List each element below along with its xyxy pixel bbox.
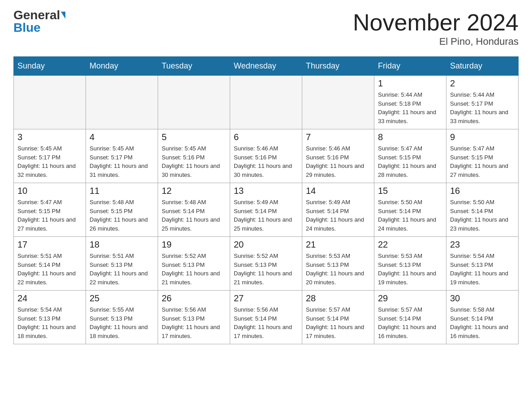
calendar-day-cell [86, 76, 158, 129]
calendar-day-cell: 28Sunrise: 5:57 AMSunset: 5:14 PMDayligh… [302, 291, 374, 344]
calendar-day-cell [158, 76, 230, 129]
calendar-table: SundayMondayTuesdayWednesdayThursdayFrid… [13, 56, 519, 344]
day-number: 18 [90, 240, 154, 250]
page-header: General Blue November 2024 El Pino, Hond… [13, 9, 519, 47]
calendar-day-header: Monday [86, 57, 158, 76]
calendar-day-cell: 18Sunrise: 5:51 AMSunset: 5:13 PMDayligh… [86, 237, 158, 291]
day-number: 11 [90, 186, 154, 196]
day-info: Sunrise: 5:53 AMSunset: 5:13 PMDaylight:… [378, 252, 442, 287]
day-number: 22 [378, 240, 442, 250]
day-number: 8 [378, 132, 442, 142]
day-info: Sunrise: 5:53 AMSunset: 5:13 PMDaylight:… [306, 252, 370, 287]
day-number: 29 [378, 293, 442, 304]
calendar-day-cell: 15Sunrise: 5:50 AMSunset: 5:14 PMDayligh… [374, 183, 446, 237]
day-info: Sunrise: 5:47 AMSunset: 5:15 PMDaylight:… [378, 144, 442, 179]
calendar-day-cell [14, 76, 86, 129]
calendar-day-cell: 1Sunrise: 5:44 AMSunset: 5:18 PMDaylight… [374, 76, 446, 129]
calendar-week-row: 10Sunrise: 5:47 AMSunset: 5:15 PMDayligh… [14, 183, 519, 237]
day-info: Sunrise: 5:47 AMSunset: 5:15 PMDaylight:… [17, 198, 82, 233]
day-info: Sunrise: 5:54 AMSunset: 5:13 PMDaylight:… [450, 252, 515, 287]
day-number: 13 [234, 186, 298, 196]
calendar-day-header: Tuesday [158, 57, 230, 76]
calendar-day-header: Sunday [14, 57, 86, 76]
logo-triangle-icon [61, 12, 65, 19]
calendar-day-cell: 12Sunrise: 5:48 AMSunset: 5:14 PMDayligh… [158, 183, 230, 237]
day-number: 3 [17, 132, 82, 142]
calendar-day-header: Wednesday [230, 57, 302, 76]
day-number: 26 [162, 293, 226, 304]
day-info: Sunrise: 5:50 AMSunset: 5:14 PMDaylight:… [378, 198, 442, 233]
day-number: 10 [17, 186, 82, 196]
day-number: 7 [306, 132, 370, 142]
day-number: 14 [306, 186, 370, 196]
day-info: Sunrise: 5:49 AMSunset: 5:14 PMDaylight:… [234, 198, 298, 233]
day-info: Sunrise: 5:51 AMSunset: 5:13 PMDaylight:… [90, 252, 154, 287]
day-number: 1 [378, 78, 442, 89]
calendar-day-cell: 21Sunrise: 5:53 AMSunset: 5:13 PMDayligh… [302, 237, 374, 291]
day-number: 4 [90, 132, 154, 142]
calendar-day-cell: 17Sunrise: 5:51 AMSunset: 5:14 PMDayligh… [14, 237, 86, 291]
calendar-day-cell: 27Sunrise: 5:56 AMSunset: 5:14 PMDayligh… [230, 291, 302, 344]
logo: General Blue [13, 9, 65, 34]
logo-blue-text: Blue [13, 21, 41, 34]
day-number: 30 [450, 293, 515, 304]
day-info: Sunrise: 5:57 AMSunset: 5:14 PMDaylight:… [378, 305, 442, 340]
day-info: Sunrise: 5:45 AMSunset: 5:16 PMDaylight:… [162, 144, 226, 179]
calendar-day-cell: 23Sunrise: 5:54 AMSunset: 5:13 PMDayligh… [446, 237, 519, 291]
day-number: 25 [90, 293, 154, 304]
day-number: 27 [234, 293, 298, 304]
calendar-day-cell: 2Sunrise: 5:44 AMSunset: 5:17 PMDaylight… [446, 76, 519, 129]
calendar-day-cell: 7Sunrise: 5:46 AMSunset: 5:16 PMDaylight… [302, 129, 374, 183]
calendar-day-cell: 20Sunrise: 5:52 AMSunset: 5:13 PMDayligh… [230, 237, 302, 291]
calendar-week-row: 1Sunrise: 5:44 AMSunset: 5:18 PMDaylight… [14, 76, 519, 129]
day-info: Sunrise: 5:54 AMSunset: 5:13 PMDaylight:… [17, 305, 82, 340]
day-number: 12 [162, 186, 226, 196]
day-info: Sunrise: 5:50 AMSunset: 5:14 PMDaylight:… [450, 198, 515, 233]
day-number: 21 [306, 240, 370, 250]
day-info: Sunrise: 5:52 AMSunset: 5:13 PMDaylight:… [234, 252, 298, 287]
calendar-day-cell: 30Sunrise: 5:58 AMSunset: 5:14 PMDayligh… [446, 291, 519, 344]
day-info: Sunrise: 5:56 AMSunset: 5:13 PMDaylight:… [162, 305, 226, 340]
day-info: Sunrise: 5:49 AMSunset: 5:14 PMDaylight:… [306, 198, 370, 233]
calendar-day-cell: 22Sunrise: 5:53 AMSunset: 5:13 PMDayligh… [374, 237, 446, 291]
day-number: 16 [450, 186, 515, 196]
calendar-day-cell: 25Sunrise: 5:55 AMSunset: 5:13 PMDayligh… [86, 291, 158, 344]
day-info: Sunrise: 5:46 AMSunset: 5:16 PMDaylight:… [306, 144, 370, 179]
logo-general-text: General [13, 9, 60, 21]
calendar-day-cell: 26Sunrise: 5:56 AMSunset: 5:13 PMDayligh… [158, 291, 230, 344]
calendar-day-cell [230, 76, 302, 129]
location: El Pino, Honduras [353, 36, 519, 47]
calendar-day-cell: 8Sunrise: 5:47 AMSunset: 5:15 PMDaylight… [374, 129, 446, 183]
day-number: 6 [234, 132, 298, 142]
day-info: Sunrise: 5:48 AMSunset: 5:15 PMDaylight:… [90, 198, 154, 233]
calendar-day-cell: 24Sunrise: 5:54 AMSunset: 5:13 PMDayligh… [14, 291, 86, 344]
calendar-day-header: Saturday [446, 57, 519, 76]
calendar-day-cell: 16Sunrise: 5:50 AMSunset: 5:14 PMDayligh… [446, 183, 519, 237]
calendar-week-row: 3Sunrise: 5:45 AMSunset: 5:17 PMDaylight… [14, 129, 519, 183]
day-info: Sunrise: 5:51 AMSunset: 5:14 PMDaylight:… [17, 252, 82, 287]
calendar-day-cell: 14Sunrise: 5:49 AMSunset: 5:14 PMDayligh… [302, 183, 374, 237]
day-number: 9 [450, 132, 515, 142]
month-title: November 2024 [353, 9, 519, 36]
calendar-day-cell: 4Sunrise: 5:45 AMSunset: 5:17 PMDaylight… [86, 129, 158, 183]
calendar-day-cell: 6Sunrise: 5:46 AMSunset: 5:16 PMDaylight… [230, 129, 302, 183]
day-number: 2 [450, 78, 515, 89]
day-number: 20 [234, 240, 298, 250]
day-number: 5 [162, 132, 226, 142]
calendar-day-cell [302, 76, 374, 129]
day-info: Sunrise: 5:45 AMSunset: 5:17 PMDaylight:… [17, 144, 82, 179]
calendar-day-cell: 9Sunrise: 5:47 AMSunset: 5:15 PMDaylight… [446, 129, 519, 183]
day-number: 23 [450, 240, 515, 250]
day-info: Sunrise: 5:55 AMSunset: 5:13 PMDaylight:… [90, 305, 154, 340]
day-info: Sunrise: 5:56 AMSunset: 5:14 PMDaylight:… [234, 305, 298, 340]
calendar-week-row: 17Sunrise: 5:51 AMSunset: 5:14 PMDayligh… [14, 237, 519, 291]
day-info: Sunrise: 5:46 AMSunset: 5:16 PMDaylight:… [234, 144, 298, 179]
day-info: Sunrise: 5:45 AMSunset: 5:17 PMDaylight:… [90, 144, 154, 179]
day-info: Sunrise: 5:57 AMSunset: 5:14 PMDaylight:… [306, 305, 370, 340]
day-number: 15 [378, 186, 442, 196]
day-number: 28 [306, 293, 370, 304]
day-info: Sunrise: 5:44 AMSunset: 5:18 PMDaylight:… [378, 90, 442, 125]
day-number: 17 [17, 240, 82, 250]
calendar-day-cell: 11Sunrise: 5:48 AMSunset: 5:15 PMDayligh… [86, 183, 158, 237]
day-number: 24 [17, 293, 82, 304]
